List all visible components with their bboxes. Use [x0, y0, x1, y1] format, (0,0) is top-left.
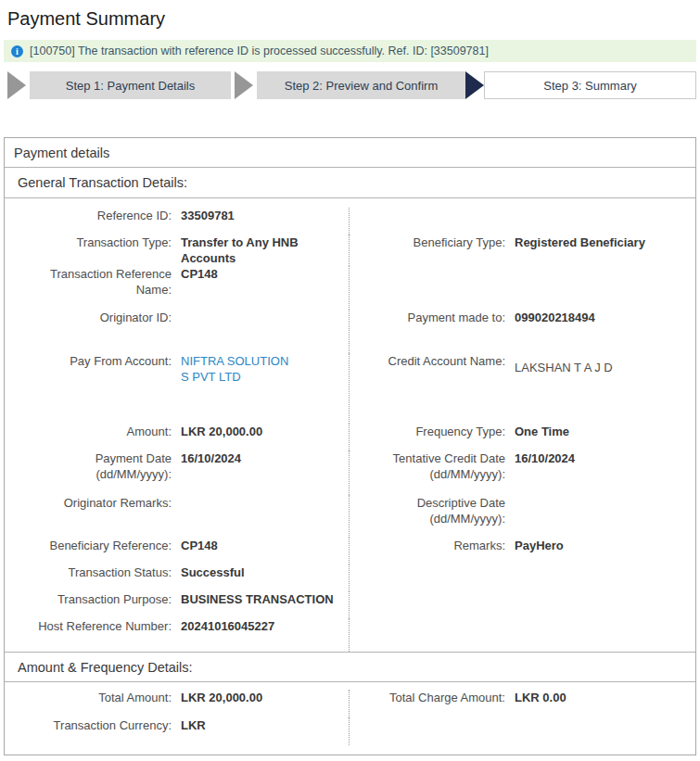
- success-banner: i [100750] The transaction with referenc…: [4, 40, 696, 62]
- field-row: Pay From Account: NIFTRA SOLUTION S PVT …: [5, 353, 695, 424]
- field-label: Transaction Currency:: [18, 717, 172, 733]
- field-row: Payment Date (dd/MM/yyyy): 16/10/2024 Te…: [5, 450, 695, 495]
- field-row: Host Reference Number: 20241016045227: [5, 618, 695, 652]
- field-label: Amount:: [18, 424, 172, 439]
- field-label: Originator ID:: [18, 310, 172, 325]
- field-row: Transaction Reference Name: CP148: [5, 266, 695, 310]
- step-label-1: Step 1: Payment Details: [66, 79, 195, 93]
- field-label: Descriptive Date (dd/MM/yyyy):: [357, 495, 505, 526]
- step-chevron-icon: [7, 71, 26, 99]
- step-wizard: Step 1: Payment Details Step 2: Preview …: [4, 71, 696, 99]
- field-value: Successful: [181, 564, 245, 580]
- field-label: Total Charge Amount:: [357, 690, 505, 705]
- field-value: 33509781: [181, 208, 235, 223]
- field-value: Registered Beneficiary: [515, 235, 645, 250]
- field-value: PayHero: [515, 538, 564, 553]
- field-row: Transaction Status: Successful: [5, 564, 695, 591]
- field-label: Transaction Purpose:: [18, 591, 172, 607]
- page-title: Payment Summary: [7, 8, 700, 30]
- panel-header: Payment details: [5, 138, 695, 168]
- field-label: Credit Account Name:: [357, 353, 505, 369]
- step-item-2: Step 2: Preview and Confirm: [235, 71, 465, 99]
- pay-from-account-link[interactable]: NIFTRA SOLUTION S PVT LTD: [181, 354, 288, 384]
- field-label: Transaction Reference Name:: [18, 266, 172, 298]
- field-label: Host Reference Number:: [18, 618, 172, 634]
- section-header-amount: Amount & Frequency Details:: [5, 652, 695, 682]
- field-value: One Time: [515, 424, 569, 439]
- field-row: Transaction Type: Transfer to Any HNB Ac…: [5, 235, 695, 266]
- step-item-3: Step 3: Summary: [465, 71, 696, 99]
- field-row: Reference ID: 33509781: [5, 208, 695, 235]
- field-label: Beneficiary Reference:: [18, 538, 172, 553]
- step-chevron-icon: [465, 71, 484, 99]
- field-value: 099020218494: [515, 310, 595, 325]
- field-value: 16/10/2024: [181, 450, 241, 466]
- step-chevron-icon: [235, 71, 253, 99]
- field-row: Originator Remarks: Descriptive Date (dd…: [5, 495, 695, 538]
- payment-details-panel: Payment details General Transaction Deta…: [4, 137, 696, 755]
- field-label: Remarks:: [357, 538, 505, 553]
- field-label: Transaction Type:: [18, 235, 172, 250]
- general-transaction-fields: Reference ID: 33509781 Transaction Type:…: [5, 198, 695, 652]
- field-row: Transaction Purpose: BUSINESS TRANSACTIO…: [5, 591, 695, 618]
- info-icon: i: [11, 45, 23, 57]
- field-value: 20241016045227: [181, 618, 274, 634]
- banner-message: [100750] The transaction with reference …: [30, 44, 489, 57]
- field-label: Payment Date (dd/MM/yyyy):: [18, 450, 172, 482]
- step-label-3: Step 3: Summary: [543, 79, 636, 93]
- field-value: LKR: [181, 717, 206, 733]
- field-row: Transaction Currency: LKR: [5, 717, 695, 745]
- field-row: Total Amount: LKR 20,000.00 Total Charge…: [5, 690, 695, 717]
- field-row: Originator ID: Payment made to: 09902021…: [5, 310, 695, 353]
- field-value: CP148: [181, 266, 218, 282]
- field-label: Tentative Credit Date (dd/MM/yyyy):: [357, 450, 505, 482]
- field-value: Transfer to Any HNB Accounts: [181, 235, 349, 266]
- field-value: LKR 20,000.00: [181, 424, 262, 439]
- field-value: BUSINESS TRANSACTION: [181, 591, 334, 607]
- step-item-1: Step 1: Payment Details: [4, 71, 235, 99]
- field-label: Frequency Type:: [357, 424, 505, 439]
- field-label: Reference ID:: [18, 208, 172, 223]
- amount-frequency-fields: Total Amount: LKR 20,000.00 Total Charge…: [5, 682, 695, 755]
- field-value: LKR 0.00: [515, 690, 566, 705]
- field-label: Beneficiary Type:: [357, 235, 505, 250]
- field-value: LAKSHAN T A J D: [515, 353, 613, 375]
- section-header-general: General Transaction Details:: [5, 168, 695, 198]
- field-value: 16/10/2024: [515, 450, 575, 466]
- field-label: Payment made to:: [357, 310, 505, 325]
- field-label: Transaction Status:: [18, 564, 172, 580]
- field-value: CP148: [181, 538, 218, 553]
- field-value: LKR 20,000.00: [181, 690, 262, 705]
- step-label-2: Step 2: Preview and Confirm: [285, 79, 438, 93]
- field-row: Amount: LKR 20,000.00 Frequency Type: On…: [5, 424, 695, 450]
- field-label: Originator Remarks:: [18, 495, 172, 511]
- field-row: Beneficiary Reference: CP148 Remarks: Pa…: [5, 538, 695, 564]
- field-label: Pay From Account:: [18, 353, 172, 369]
- field-label: Total Amount:: [18, 690, 172, 705]
